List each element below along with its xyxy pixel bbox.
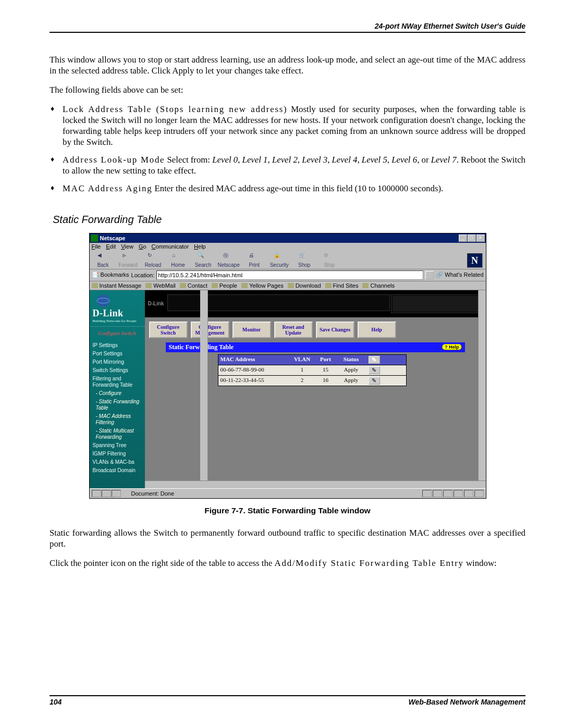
page-number: 104 [50,698,62,706]
toolbar-stop-button: ⊘Stop [319,252,340,268]
bullet2-levels: Level 0, Level 1, Level 2, Level 3, Leve… [212,155,456,165]
footer-section: Web-Based Network Management [408,698,525,706]
sidebar-item[interactable]: Spanning Tree [91,441,144,450]
toolbar-netscape-button[interactable]: ⓃNetscape [218,252,240,268]
inner-scrollbar-left[interactable] [200,290,208,481]
menu-help[interactable]: Help [194,243,206,250]
minimize-button[interactable]: _ [459,235,467,242]
status-icon [92,490,101,497]
sidebar-configure-switch[interactable]: Configure Switch [90,327,145,339]
toolbar-search-button[interactable]: 🔍Search [193,252,214,268]
pointer-icon[interactable]: ✎ [369,356,380,364]
menu-file[interactable]: File [92,243,101,250]
body-text: This window allows you to stop or start … [50,55,525,201]
device-graphic: D-Link [145,290,486,317]
status-icon [112,490,121,497]
bookmarks-button[interactable]: 📑 Bookmarks [92,272,129,278]
col-vlan: VLAN [290,355,314,365]
statusbar: Document: Done [90,488,486,498]
sidebar-item[interactable]: Switch Settings [91,366,144,375]
pt-contact[interactable]: Contact [180,282,207,289]
pt-people[interactable]: People [212,282,237,289]
forward-icon: ▶ [123,252,134,262]
print-icon: 🖨 [249,252,260,262]
sidebar-item[interactable]: Port Mirroring [91,358,144,366]
sidebar-item[interactable]: IP Settings [91,341,144,350]
toolbar-home-button[interactable]: ⌂Home [168,252,189,268]
sidebar-logo: D-Link Building Networks for People [90,290,145,327]
pt-channels[interactable]: Channels [362,282,394,289]
bullet2-lead: Select from: [165,155,212,165]
nav-configure-management-button[interactable]: Configure Management [191,322,229,338]
globe-icon [93,293,114,308]
pt-instant-message[interactable]: Instant Message [92,282,142,289]
bullet-mac-aging: MAC Address Aging Enter the desired MAC … [50,183,525,194]
pt-yellow-pages[interactable]: Yellow Pages [241,282,284,289]
pt-webmail[interactable]: WebMail [145,282,176,289]
bullet3-body: Enter the desired MAC address age-out ti… [152,183,443,193]
menu-communicator[interactable]: Communicator [152,243,189,250]
pt-download[interactable]: Download [288,282,321,289]
app-icon [91,235,98,242]
maximize-button[interactable]: □ [468,235,476,242]
sidebar-item[interactable]: Filtering and Forwarding Table [91,375,144,389]
nav-save-changes-button[interactable]: Save Changes [316,322,354,338]
horizontal-scrollbar[interactable] [145,480,486,488]
menu-view[interactable]: View [121,243,133,250]
vertical-scrollbar[interactable] [478,290,486,481]
sidebar-item[interactable]: - MAC Address Filtering [91,412,144,427]
bullet3-head: MAC Address Aging [63,183,152,193]
nav-reset-and-update-button[interactable]: Reset and Update [274,322,313,338]
sidebar-item[interactable]: VLANs & MAC-ba [91,458,144,466]
nav-buttons: Configure SwitchConfigure ManagementMoni… [145,317,486,342]
shop-icon: 🛒 [299,252,310,262]
forwarding-panel: Static Forwarding Table ? Help MAC Addre… [166,342,465,386]
pt-find-sites[interactable]: Find Sites [325,282,359,289]
back-icon: ◀ [97,252,109,262]
sidebar-item[interactable]: - Static Multicast Forwarding [91,427,144,441]
toolbar-shop-button[interactable]: 🛒Shop [294,252,315,268]
location-dropdown[interactable] [425,271,434,279]
toolbar-security-button[interactable]: 🔒Security [269,252,290,268]
bullet-lock-address: Lock Address Table (Stops learning new a… [50,104,525,148]
page-header: 24-port NWay Ethernet Switch User's Guid… [50,22,525,33]
toolbar-reload-button[interactable]: ↻Reload [143,252,164,268]
figure-caption: Figure 7-7. Static Forwarding Table wind… [50,506,525,515]
panel-titlebar: Static Forwarding Table ? Help [166,342,465,352]
sidebar-item[interactable]: - Configure [91,389,144,398]
status-tray-icon [474,490,484,497]
titlebar: Netscape _ □ × [90,233,486,243]
sidebar-item[interactable]: - Static Forwarding Table [91,398,144,412]
toolbar-back-button[interactable]: ◀Back [93,252,114,268]
menu-go[interactable]: Go [139,243,146,250]
edit-row-button[interactable]: ✎ [369,377,380,385]
svg-point-0 [97,294,109,307]
menu-edit[interactable]: Edit [106,243,116,250]
search-icon: 🔍 [198,252,209,262]
whats-related[interactable]: 🔗 What's Related [436,272,483,278]
close-button[interactable]: × [476,235,485,242]
toolbar-print-button[interactable]: 🖨Print [244,252,265,268]
status-tray-icon [433,490,442,497]
intro-p1: This window allows you to stop or start … [50,55,525,77]
sidebar-item[interactable]: Port Settings [91,350,144,358]
content-area: D-Link Building Networks for People Conf… [90,290,486,488]
sidebar-item[interactable]: Broadcast Domain [91,466,144,475]
window-title: Netscape [100,235,458,241]
help-button[interactable]: ? Help [442,344,462,350]
home-icon: ⌂ [173,252,184,262]
status-tray-icon [464,490,473,497]
location-input[interactable] [156,270,423,280]
netscape-icon: Ⓝ [223,252,235,262]
intro-p2: The following fields above can be set: [50,85,525,96]
col-port: Port [314,355,337,365]
bullet1-head: Lock Address Table (Stops learning new a… [63,104,287,114]
sidebar-item[interactable]: IGMP Filtering [91,450,144,458]
toolbar-forward-button: ▶Forward [118,252,139,268]
brand-tagline: Building Networks for People [93,319,142,323]
nav-configure-switch-button[interactable]: Configure Switch [149,322,188,338]
status-icon [102,490,111,497]
edit-row-button[interactable]: ✎ [369,366,380,374]
nav-monitor-button[interactable]: Monitor [232,322,271,338]
nav-help-button[interactable]: Help [358,322,396,338]
